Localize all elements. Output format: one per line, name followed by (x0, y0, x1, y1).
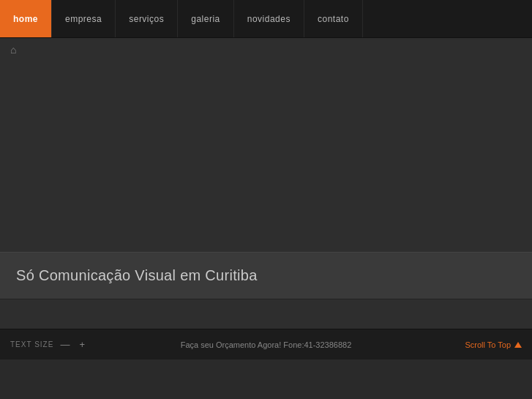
main-content (0, 61, 532, 252)
nav-item-contato[interactable]: contato (304, 0, 363, 37)
nav-item-novidades[interactable]: novidades (234, 0, 304, 37)
nav-item-galeria[interactable]: galeria (178, 0, 234, 37)
nav-item-empresa[interactable]: empresa (52, 0, 116, 37)
nav-item-servicos[interactable]: serviços (116, 0, 178, 37)
scroll-to-top-button[interactable]: Scroll To Top (465, 340, 522, 349)
breadcrumb-bar: ⌂ (0, 38, 532, 61)
title-banner: Só Comunicação Visual em Curitiba (0, 252, 532, 299)
text-size-control: TEXT SIZE — + (10, 339, 88, 350)
nav-item-home[interactable]: home (0, 0, 52, 37)
scroll-up-icon (514, 342, 522, 348)
navbar: home empresa serviços galeria novidades … (0, 0, 532, 38)
home-icon[interactable]: ⌂ (10, 44, 16, 56)
text-size-label: TEXT SIZE (10, 340, 53, 348)
spacer (0, 299, 532, 329)
text-size-decrease[interactable]: — (58, 339, 72, 350)
text-size-increase[interactable]: + (77, 339, 88, 350)
page-title: Só Comunicação Visual em Curitiba (16, 267, 516, 284)
footer-bar: TEXT SIZE — + Faça seu Orçamento Agora! … (0, 329, 532, 359)
scroll-to-top-label: Scroll To Top (465, 340, 511, 349)
footer-contact-text: Faça seu Orçamento Agora! Fone:41-323868… (181, 340, 352, 349)
